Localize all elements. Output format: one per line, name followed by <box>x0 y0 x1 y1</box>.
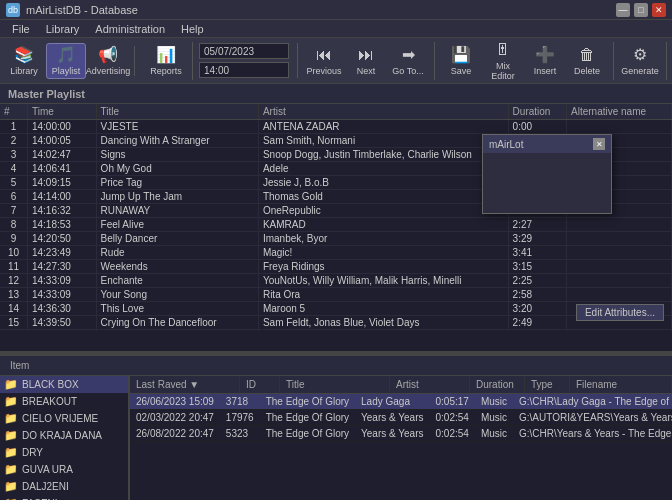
result-duration: 0:05:17 <box>430 394 475 410</box>
advertising-tab-btn[interactable]: 📢 Advertising <box>88 43 128 79</box>
tree-item-label: DALJ2ENI <box>22 481 69 492</box>
window-title: mAirListDB - Database <box>26 4 616 16</box>
col-last-raved: Last Raved ▼ <box>130 377 240 392</box>
col-artist: Artist <box>390 377 470 392</box>
folder-icon: 📁 <box>4 480 18 493</box>
minimize-button[interactable]: — <box>616 3 630 17</box>
results-table-header: Last Raved ▼ ID Title Artist Duration Ty… <box>130 376 672 394</box>
folder-icon: 📁 <box>4 446 18 459</box>
menu-library[interactable]: Library <box>38 20 88 38</box>
col-duration: Duration <box>470 377 525 392</box>
generate-label: Generate <box>621 66 659 76</box>
delete-btn[interactable]: 🗑 Delete <box>567 43 607 79</box>
result-last-raved: 26/06/2023 15:09 <box>130 394 220 410</box>
previous-btn[interactable]: ⏮ Previous <box>304 43 344 79</box>
library-tab-btn[interactable]: 📚 Library <box>4 43 44 79</box>
file-tree[interactable]: 📁BLACK BOX📁BREAKOUT📁CIELO VRIJEME📁DO KRA… <box>0 376 130 500</box>
menu-help[interactable]: Help <box>173 20 212 38</box>
goto-label: Go To... <box>392 66 423 76</box>
mix-editor-btn[interactable]: 🎚 Mix Editor <box>483 43 523 79</box>
result-row[interactable]: 26/08/2022 20:47 5323 The Edge Of Glory … <box>130 426 672 442</box>
col-type: Type <box>525 377 570 392</box>
generate-btn[interactable]: ⚙ Generate <box>620 43 660 79</box>
folder-icon: 📁 <box>4 412 18 425</box>
nav-tabs-group: 📚 Library 🎵 Playlist 📢 Advertising 📊 Rep… <box>4 42 193 80</box>
tree-item[interactable]: 📁DO KRAJA DANA <box>0 427 128 444</box>
playlist-icon: 🎵 <box>56 45 76 64</box>
result-type: Music <box>475 394 513 410</box>
tree-item[interactable]: 📁BREAKOUT <box>0 393 128 410</box>
modal-title: mAirLot <box>489 139 523 150</box>
results-scroll[interactable]: 26/06/2023 15:09 3718 The Edge Of Glory … <box>130 394 672 500</box>
result-duration: 0:02:54 <box>430 426 475 442</box>
library-icon: 📚 <box>14 45 34 64</box>
result-artist: Years & Years <box>355 410 429 426</box>
tree-item-label: BLACK BOX <box>22 379 79 390</box>
maximize-button[interactable]: □ <box>634 3 648 17</box>
result-duration: 0:02:54 <box>430 410 475 426</box>
goto-btn[interactable]: ➡ Go To... <box>388 43 428 79</box>
app-icon: db <box>6 3 20 17</box>
reports-icon: 📊 <box>156 45 176 64</box>
advertising-icon: 📢 <box>98 45 118 64</box>
tree-item[interactable]: 📁DALJ2ENI <box>0 478 128 495</box>
menu-file[interactable]: File <box>4 20 38 38</box>
tree-item[interactable]: 📁GUVA URA <box>0 461 128 478</box>
mix-editor-label: Mix Editor <box>484 61 522 81</box>
tree-item[interactable]: 📁BLACK BOX <box>0 376 128 393</box>
insert-label: Insert <box>534 66 557 76</box>
modal-overlay: mAirLot ✕ <box>0 84 672 351</box>
save-btn[interactable]: 💾 Save <box>441 43 481 79</box>
previous-label: Previous <box>306 66 341 76</box>
date-group <box>199 43 298 78</box>
result-row[interactable]: 26/06/2023 15:09 3718 The Edge Of Glory … <box>130 394 672 410</box>
result-row[interactable]: 02/03/2022 20:47 17976 The Edge Of Glory… <box>130 410 672 426</box>
results-panel: Last Raved ▼ ID Title Artist Duration Ty… <box>130 376 672 500</box>
result-last-raved: 02/03/2022 20:47 <box>130 410 220 426</box>
modal-titlebar: mAirLot ✕ <box>483 135 611 153</box>
library-label: Library <box>10 66 38 76</box>
item-col-label: Item <box>4 360 35 371</box>
playlist-tab-btn[interactable]: 🎵 Playlist <box>46 43 86 79</box>
goto-icon: ➡ <box>402 45 415 64</box>
nav-group: ⏮ Previous ⏭ Next ➡ Go To... <box>304 42 435 80</box>
result-type: Music <box>475 426 513 442</box>
time-input[interactable] <box>199 62 289 78</box>
playlist-label: Playlist <box>52 66 81 76</box>
mix-editor-icon: 🎚 <box>495 41 511 59</box>
result-id: 17976 <box>220 410 260 426</box>
delete-icon: 🗑 <box>579 46 595 64</box>
previous-icon: ⏮ <box>316 46 332 64</box>
playlist-panel: Master Playlist # Time Title Artist Dura… <box>0 84 672 354</box>
save-label: Save <box>451 66 472 76</box>
result-id: 3718 <box>220 394 260 410</box>
menu-administration[interactable]: Administration <box>87 20 173 38</box>
result-last-raved: 26/08/2022 20:47 <box>130 426 220 442</box>
tree-item-label: GUVA URA <box>22 464 73 475</box>
date-input[interactable] <box>199 43 289 59</box>
reports-btn[interactable]: 📊 Reports <box>146 43 186 79</box>
titlebar: db mAirListDB - Database — □ ✕ <box>0 0 672 20</box>
bottom-toolbar: Item <box>0 356 672 376</box>
tree-item[interactable]: 📁FASENI <box>0 495 128 500</box>
tree-item-label: CIELO VRIJEME <box>22 413 98 424</box>
result-filename: G:\AUTORI&YEARS\Years & Years - The... <box>513 410 672 426</box>
col-title: Title <box>280 377 390 392</box>
tree-item-label: DO KRAJA DANA <box>22 430 102 441</box>
next-btn[interactable]: ⏭ Next <box>346 43 386 79</box>
main-toolbar: 📚 Library 🎵 Playlist 📢 Advertising 📊 Rep… <box>0 38 672 84</box>
close-button[interactable]: ✕ <box>652 3 666 17</box>
result-artist: Years & Years <box>355 426 429 442</box>
delete-label: Delete <box>574 66 600 76</box>
tree-item[interactable]: 📁CIELO VRIJEME <box>0 410 128 427</box>
result-id: 5323 <box>220 426 260 442</box>
mairlist-modal: mAirLot ✕ <box>482 134 612 214</box>
tree-item[interactable]: 📁DRY <box>0 444 128 461</box>
result-filename: G:\CHR\Years & Years - The Edge Of... <box>513 426 672 442</box>
col-id: ID <box>240 377 280 392</box>
modal-close-button[interactable]: ✕ <box>593 138 605 150</box>
insert-btn[interactable]: ➕ Insert <box>525 43 565 79</box>
bottom-panel: Item 📁BLACK BOX📁BREAKOUT📁CIELO VRIJEME📁D… <box>0 354 672 500</box>
result-artist: Lady Gaga <box>355 394 429 410</box>
result-filename: G:\CHR\Lady Gaga - The Edge of Glory_fla… <box>513 394 672 410</box>
